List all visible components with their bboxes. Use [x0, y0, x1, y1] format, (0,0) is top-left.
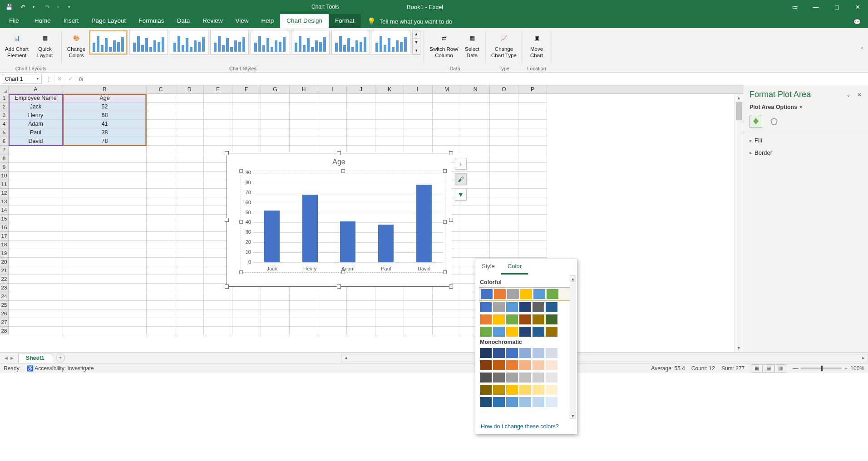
tell-me[interactable]: 💡Tell me what you want to do: [361, 17, 459, 28]
cell[interactable]: [290, 309, 318, 318]
fx-icon[interactable]: fx: [76, 75, 86, 82]
chart-style-thumb[interactable]: [372, 30, 410, 55]
resize-handle[interactable]: [239, 270, 243, 274]
cell[interactable]: [490, 206, 518, 215]
cell[interactable]: [204, 318, 232, 327]
row-header[interactable]: 6: [0, 137, 8, 146]
name-box[interactable]: Chart 1▾: [2, 74, 42, 84]
cell[interactable]: [433, 111, 461, 120]
cell[interactable]: [433, 128, 461, 137]
cell[interactable]: [518, 172, 547, 180]
cell[interactable]: [347, 111, 375, 120]
cell[interactable]: [147, 327, 175, 335]
sheet-nav[interactable]: ◄►: [0, 355, 18, 361]
add-chart-element-button[interactable]: 📊Add Chart Element: [4, 30, 30, 59]
cell[interactable]: [204, 301, 232, 309]
cell[interactable]: Adam: [9, 120, 63, 128]
cell[interactable]: [232, 327, 261, 335]
resize-handle[interactable]: [443, 220, 447, 224]
cell[interactable]: [147, 275, 175, 284]
color-palette-row[interactable]: [480, 302, 572, 312]
select-all-corner[interactable]: [0, 85, 9, 94]
cell[interactable]: [433, 327, 461, 335]
cell[interactable]: [461, 240, 490, 249]
cell[interactable]: Age: [63, 94, 147, 103]
col-header[interactable]: E: [204, 85, 232, 94]
row-header[interactable]: 17: [0, 232, 8, 240]
cell[interactable]: [204, 128, 232, 137]
bar[interactable]: [302, 195, 318, 262]
col-header[interactable]: D: [175, 85, 204, 94]
cell[interactable]: [347, 301, 375, 309]
row-header[interactable]: 1: [0, 94, 8, 103]
cell[interactable]: [232, 111, 261, 120]
zoom-level[interactable]: 100%: [850, 365, 864, 372]
cell[interactable]: [175, 94, 204, 103]
ribbon-display-icon[interactable]: ▭: [784, 0, 805, 14]
cell[interactable]: [261, 120, 290, 128]
cell[interactable]: [9, 206, 63, 215]
chevron-up-icon[interactable]: ▲: [570, 275, 576, 282]
cell[interactable]: [9, 258, 63, 266]
cell[interactable]: [261, 103, 290, 111]
chevron-right-icon[interactable]: ►: [10, 355, 15, 361]
cell[interactable]: [63, 309, 147, 318]
cell[interactable]: [490, 103, 518, 111]
quick-layout-button[interactable]: ▦Quick Layout: [32, 30, 58, 59]
cell[interactable]: [147, 120, 175, 128]
row-header[interactable]: 26: [0, 309, 8, 318]
cell[interactable]: [375, 103, 404, 111]
cell[interactable]: [318, 120, 347, 128]
row-header[interactable]: 13: [0, 197, 8, 206]
chart-title[interactable]: Age: [227, 153, 451, 169]
embedded-chart[interactable]: Age 0102030405060708090JackHenryAdamPaul…: [227, 153, 451, 287]
cell[interactable]: [404, 111, 433, 120]
tab-page-layout[interactable]: Page Layout: [85, 14, 133, 28]
chart-style-thumb[interactable]: [170, 30, 208, 55]
cell[interactable]: [147, 249, 175, 258]
cell[interactable]: [175, 120, 204, 128]
cell[interactable]: [490, 94, 518, 103]
cell[interactable]: [490, 163, 518, 172]
cell[interactable]: [404, 301, 433, 309]
cancel-formula-icon[interactable]: ✕: [54, 74, 65, 84]
cell[interactable]: [175, 309, 204, 318]
add-sheet-button[interactable]: +: [56, 353, 65, 363]
cell[interactable]: [147, 189, 175, 197]
cell[interactable]: [9, 249, 63, 258]
cell[interactable]: [433, 309, 461, 318]
chevron-down-icon[interactable]: ▾: [37, 77, 39, 81]
cell[interactable]: [63, 318, 147, 327]
cell[interactable]: [9, 301, 63, 309]
cell[interactable]: [147, 154, 175, 163]
cell[interactable]: [290, 301, 318, 309]
horizontal-scrollbar[interactable]: ◄►: [341, 354, 868, 362]
cell[interactable]: [175, 284, 204, 292]
cell[interactable]: [261, 128, 290, 137]
cell[interactable]: [518, 240, 547, 249]
save-icon[interactable]: 💾: [3, 1, 15, 13]
cell[interactable]: [318, 111, 347, 120]
cell[interactable]: [63, 180, 147, 189]
cell[interactable]: [375, 327, 404, 335]
cell[interactable]: [147, 128, 175, 137]
cell[interactable]: [375, 292, 404, 301]
tab-review[interactable]: Review: [196, 14, 229, 28]
cell[interactable]: [63, 172, 147, 180]
cell[interactable]: [433, 301, 461, 309]
cell[interactable]: [261, 318, 290, 327]
cell[interactable]: [9, 266, 63, 275]
chart-filters-button[interactable]: ▼: [455, 189, 467, 201]
cell[interactable]: [404, 309, 433, 318]
close-icon[interactable]: ✕: [847, 0, 868, 14]
cell[interactable]: [318, 318, 347, 327]
cell[interactable]: [433, 103, 461, 111]
cell[interactable]: [461, 94, 490, 103]
cell[interactable]: [518, 120, 547, 128]
cell[interactable]: [147, 180, 175, 189]
accessibility-status[interactable]: ♿ Accessibility: Investigate: [27, 365, 94, 372]
switch-row-column-button[interactable]: ⇄Switch Row/ Column: [428, 30, 460, 59]
cell[interactable]: [490, 111, 518, 120]
undo-dropdown[interactable]: ▾: [27, 1, 40, 13]
col-header[interactable]: K: [375, 85, 404, 94]
